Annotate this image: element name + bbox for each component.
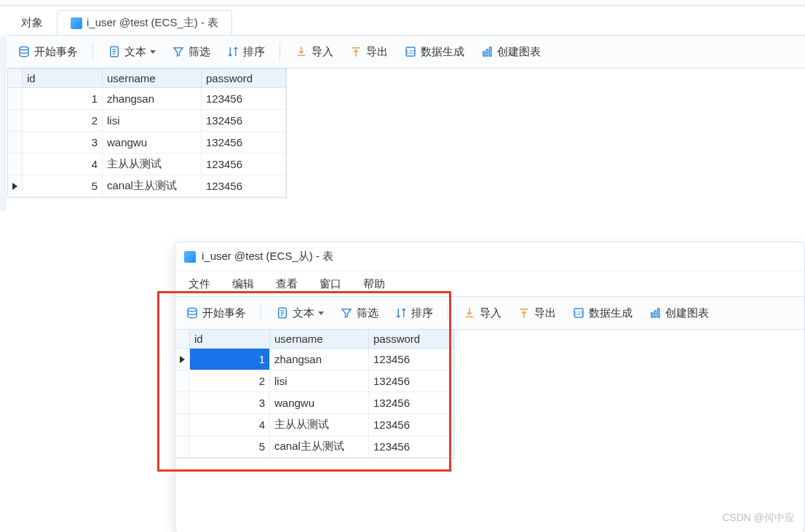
text-file-icon	[108, 45, 121, 58]
data-generate-button[interactable]: 123 数据生成	[566, 303, 638, 323]
begin-transaction-button[interactable]: 开始事务	[180, 303, 252, 323]
cell-id[interactable]: 3	[190, 392, 270, 413]
tab-objects[interactable]: 对象	[7, 10, 57, 35]
table-row[interactable]: 2lisi132456	[8, 110, 286, 132]
begin-transaction-button[interactable]: 开始事务	[12, 42, 84, 62]
cell-username[interactable]: canal主从测试	[270, 436, 369, 457]
cell-username[interactable]: wangwu	[103, 132, 202, 153]
svg-rect-8	[486, 49, 488, 56]
cell-id[interactable]: 4	[23, 154, 103, 175]
cell-id[interactable]: 3	[23, 132, 103, 153]
cell-id[interactable]: 5	[23, 175, 103, 196]
cell-id[interactable]: 2	[23, 110, 103, 131]
column-header-username[interactable]: username	[270, 330, 369, 348]
row-gutter	[8, 110, 23, 131]
chevron-down-icon	[318, 311, 324, 315]
row-gutter	[8, 88, 23, 109]
cell-id[interactable]: 4	[190, 414, 270, 435]
column-header-id[interactable]: id	[23, 69, 103, 87]
window-titlebar[interactable]: i_user @test (ECS_从) - 表	[175, 242, 804, 271]
table-row[interactable]: 4主从从测试123456	[175, 414, 454, 436]
tab-bar: 对象 i_user @test (ECS_主) - 表	[7, 10, 805, 35]
import-icon	[463, 306, 476, 319]
table-row[interactable]: 5canal主从测试123456	[175, 436, 454, 458]
menu-window[interactable]: 窗口	[320, 277, 341, 291]
export-button[interactable]: 导出	[512, 303, 562, 323]
column-header-id[interactable]: id	[190, 330, 270, 348]
cell-username[interactable]: lisi	[270, 370, 369, 392]
column-header-password[interactable]: password	[202, 69, 286, 87]
cell-username[interactable]: zhangsan	[103, 88, 202, 109]
row-gutter	[175, 370, 190, 392]
tab-main-table[interactable]: i_user @test (ECS_主) - 表	[57, 10, 232, 35]
table-row[interactable]: 3wangwu132456	[8, 132, 286, 154]
cell-id[interactable]: 2	[190, 370, 270, 392]
row-gutter	[8, 175, 23, 196]
cell-password[interactable]: 132456	[202, 132, 286, 153]
cell-password[interactable]: 132456	[369, 370, 453, 392]
cell-id[interactable]: 1	[190, 349, 270, 370]
cell-username[interactable]: lisi	[103, 110, 202, 131]
sort-icon	[226, 45, 239, 58]
secondary-data-grid[interactable]: id username password 1zhangsan1234562lis…	[175, 330, 455, 458]
data-gen-icon: 123	[572, 306, 585, 319]
cell-password[interactable]: 123456	[202, 154, 286, 175]
row-gutter	[175, 349, 190, 370]
sort-button[interactable]: 排序	[389, 303, 439, 323]
cell-password[interactable]: 123456	[202, 88, 286, 109]
table-row[interactable]: 2lisi132456	[175, 370, 454, 392]
export-icon	[349, 45, 362, 58]
chevron-down-icon	[150, 50, 156, 54]
table-row[interactable]: 3wangwu132456	[175, 392, 454, 414]
cell-password[interactable]: 132456	[369, 392, 453, 413]
svg-point-10	[188, 308, 197, 311]
filter-button[interactable]: 筛选	[166, 42, 216, 62]
text-view-button[interactable]: 文本	[270, 303, 330, 323]
menu-edit[interactable]: 编辑	[232, 277, 254, 291]
menu-help[interactable]: 帮助	[363, 277, 385, 291]
cell-id[interactable]: 5	[190, 436, 270, 457]
table-row[interactable]: 4主从从测试123456	[8, 154, 286, 175]
svg-text:123: 123	[574, 310, 584, 317]
svg-rect-18	[654, 311, 656, 317]
cell-username[interactable]: wangwu	[270, 392, 369, 413]
svg-rect-7	[483, 52, 485, 56]
cell-username[interactable]: 主从从测试	[270, 414, 369, 435]
funnel-icon	[340, 306, 353, 319]
sort-button[interactable]: 排序	[221, 42, 271, 62]
text-view-button[interactable]: 文本	[102, 42, 162, 62]
cell-password[interactable]: 132456	[202, 110, 286, 131]
cell-password[interactable]: 123456	[369, 349, 453, 370]
table-row[interactable]: 1zhangsan123456	[175, 349, 454, 370]
create-chart-button[interactable]: 创建图表	[475, 42, 547, 62]
svg-rect-19	[658, 309, 659, 317]
database-icon	[186, 306, 199, 319]
cell-username[interactable]: zhangsan	[270, 349, 369, 370]
filter-button[interactable]: 筛选	[334, 303, 384, 323]
sort-icon	[394, 306, 408, 319]
data-generate-button[interactable]: 123 数据生成	[398, 42, 470, 62]
cell-username[interactable]: canal主从测试	[103, 175, 202, 196]
row-gutter	[175, 414, 190, 435]
cell-password[interactable]: 123456	[369, 414, 453, 435]
export-button[interactable]: 导出	[344, 42, 394, 62]
menu-view[interactable]: 查看	[276, 277, 298, 291]
menu-file[interactable]: 文件	[189, 277, 210, 291]
cell-password[interactable]: 123456	[202, 175, 286, 196]
import-button[interactable]: 导入	[289, 42, 339, 62]
cell-username[interactable]: 主从从测试	[103, 154, 202, 175]
table-row[interactable]: 1zhangsan123456	[8, 88, 286, 110]
grid-header: id username password	[175, 330, 454, 349]
create-chart-button[interactable]: 创建图表	[643, 303, 715, 323]
separator	[279, 43, 280, 60]
column-header-password[interactable]: password	[369, 330, 453, 348]
column-header-username[interactable]: username	[103, 69, 202, 87]
svg-rect-9	[490, 47, 491, 56]
main-data-grid[interactable]: id username password 1zhangsan1234562lis…	[7, 68, 287, 198]
cell-id[interactable]: 1	[23, 88, 103, 109]
chart-icon	[649, 306, 662, 319]
table-row[interactable]: 5canal主从测试123456	[8, 175, 286, 197]
cell-password[interactable]: 123456	[369, 436, 453, 457]
import-button[interactable]: 导入	[457, 303, 507, 323]
svg-point-0	[20, 47, 28, 50]
